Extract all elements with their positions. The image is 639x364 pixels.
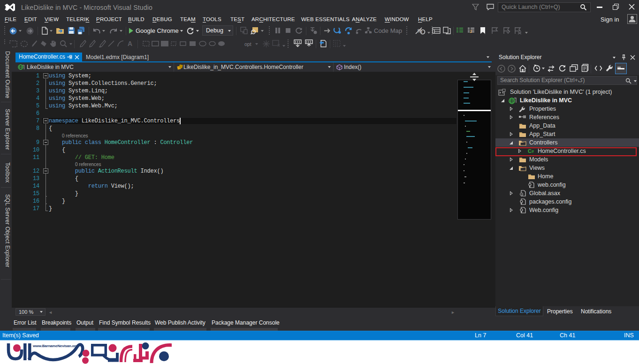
svg-text:2: 2 (470, 29, 472, 34)
svg-text:www.BarnameNevisan.org: www.BarnameNevisan.org (32, 344, 78, 348)
svg-text:%: % (418, 28, 422, 34)
